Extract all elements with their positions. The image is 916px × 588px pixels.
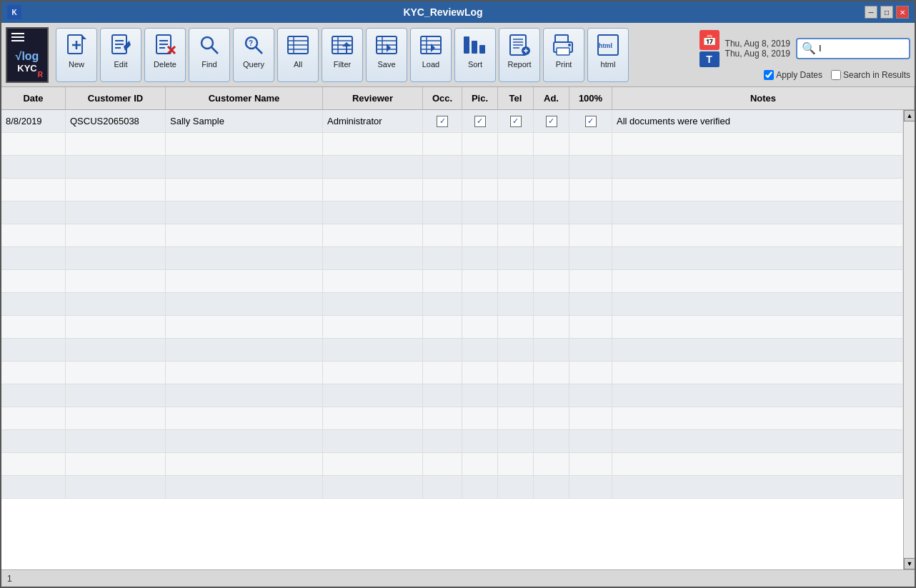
report-label: Report <box>507 60 531 69</box>
svg-text:?: ? <box>249 39 253 47</box>
table-rows-area: 8/8/2019 QSCUS2065038 Sally Sample Admin… <box>1 110 903 569</box>
apply-dates-checkbox-item[interactable]: Apply Dates <box>764 70 822 80</box>
sort-button[interactable]: Sort <box>454 28 496 82</box>
svg-rect-57 <box>557 48 569 55</box>
save-icon <box>373 31 400 59</box>
report-button[interactable]: Report <box>499 28 540 82</box>
col-header-ad: Ad. <box>534 87 569 109</box>
svg-line-18 <box>256 47 262 54</box>
pic-checkbox-1[interactable]: ✓ <box>474 116 486 127</box>
col-header-notes: Notes <box>612 87 915 109</box>
main-window: K KYC_ReviewLog ─ □ ✕ √log KYC R <box>0 0 916 588</box>
empty-cell <box>534 156 569 178</box>
find-button[interactable]: Find <box>189 28 230 82</box>
search-in-results-label: Search in Results <box>843 70 910 80</box>
table-container: Date Customer ID Customer Name Reviewer … <box>1 87 915 569</box>
table-row <box>1 362 903 384</box>
table-row <box>1 201 903 224</box>
all-button[interactable]: All <box>277 28 319 82</box>
search-in-results-checkbox-item[interactable]: Search in Results <box>831 70 910 80</box>
svg-point-58 <box>568 44 571 46</box>
toolbar-right: 📅 T Thu, Aug 8, 2019 Thu, Aug 8, 2019 🔍 … <box>700 30 910 80</box>
edit-button[interactable]: Edit <box>100 28 141 82</box>
maximize-button[interactable]: □ <box>880 6 893 19</box>
table-row <box>1 156 903 179</box>
cell-date-1: 8/8/2019 <box>1 110 66 132</box>
table-row <box>1 224 903 247</box>
occ-checkbox-1[interactable]: ✓ <box>437 116 448 127</box>
ad-checkbox-1[interactable]: ✓ <box>546 116 557 127</box>
status-bar: 1 <box>1 569 915 587</box>
table-row <box>1 270 903 293</box>
col-header-pct: 100% <box>569 87 612 109</box>
logo-text: √log <box>16 50 39 63</box>
filter-button[interactable]: Filter <box>322 28 363 82</box>
col-header-date: Date <box>1 87 66 109</box>
cell-notes-1: All documents were verified <box>612 110 903 132</box>
window-title: KYC_ReviewLog <box>21 6 865 18</box>
report-icon <box>506 31 533 59</box>
apply-dates-label: Apply Dates <box>776 70 822 80</box>
save-button[interactable]: Save <box>366 28 407 82</box>
table-row <box>1 407 903 430</box>
apply-dates-checkbox[interactable] <box>764 70 774 80</box>
vertical-scrollbar[interactable]: ▲ ▼ <box>903 110 915 569</box>
empty-cell <box>569 156 612 178</box>
checkbox-row: Apply Dates Search in Results <box>764 70 910 80</box>
empty-cell <box>612 133 903 155</box>
svg-rect-44 <box>464 36 469 54</box>
col-header-reviewer: Reviewer <box>323 87 423 109</box>
scrollbar-down-arrow[interactable]: ▼ <box>904 558 915 569</box>
calendar-icon: 📅 <box>700 30 720 50</box>
table-row <box>1 133 903 156</box>
sort-label: Sort <box>468 60 482 69</box>
search-icon: 🔍 <box>802 41 816 55</box>
edit-label: Edit <box>114 60 128 69</box>
search-box[interactable]: 🔍 <box>796 38 910 59</box>
table-row <box>1 339 903 362</box>
scrollbar-up-arrow[interactable]: ▲ <box>904 110 915 121</box>
load-button[interactable]: Load <box>410 28 452 82</box>
search-input[interactable] <box>819 43 916 54</box>
minimize-button[interactable]: ─ <box>865 6 877 19</box>
save-label: Save <box>377 60 395 69</box>
empty-cell <box>1 133 66 155</box>
tel-checkbox-1[interactable]: ✓ <box>510 116 522 127</box>
table-row <box>1 316 903 339</box>
all-icon <box>284 31 312 59</box>
empty-cell <box>569 133 612 155</box>
empty-cell <box>462 156 498 178</box>
new-button[interactable]: New <box>56 28 97 82</box>
query-button[interactable]: ? Query <box>233 28 274 82</box>
html-label: html <box>601 60 616 69</box>
load-label: Load <box>422 60 439 69</box>
title-bar: K KYC_ReviewLog ─ □ ✕ <box>1 1 915 23</box>
cell-tel-1: ✓ <box>498 110 534 132</box>
edit-icon <box>107 31 134 59</box>
delete-button[interactable]: Delete <box>144 28 186 82</box>
empty-cell <box>423 133 462 155</box>
close-button[interactable]: ✕ <box>896 6 909 19</box>
delete-icon <box>151 31 179 59</box>
load-icon <box>417 31 444 59</box>
empty-cell <box>498 156 534 178</box>
scrollbar-track[interactable] <box>904 121 915 558</box>
svg-rect-45 <box>472 41 477 54</box>
empty-cell <box>323 156 423 178</box>
search-in-results-checkbox[interactable] <box>831 70 841 80</box>
record-count: 1 <box>7 574 12 584</box>
cell-pic-1: ✓ <box>462 110 498 132</box>
query-icon: ? <box>240 31 267 59</box>
svg-text:html: html <box>599 42 612 49</box>
table-row[interactable]: 8/8/2019 QSCUS2065038 Sally Sample Admin… <box>1 110 903 133</box>
html-button[interactable]: html html <box>587 28 629 82</box>
print-button[interactable]: Print <box>543 28 584 82</box>
col-header-pic: Pic. <box>462 87 498 109</box>
new-icon <box>63 31 90 59</box>
all-label: All <box>294 60 302 69</box>
window-controls: ─ □ ✕ <box>865 6 909 19</box>
table-row <box>1 430 903 453</box>
col-header-occ: Occ. <box>423 87 462 109</box>
pct-checkbox-1[interactable]: ✓ <box>585 116 597 127</box>
table-row <box>1 247 903 270</box>
